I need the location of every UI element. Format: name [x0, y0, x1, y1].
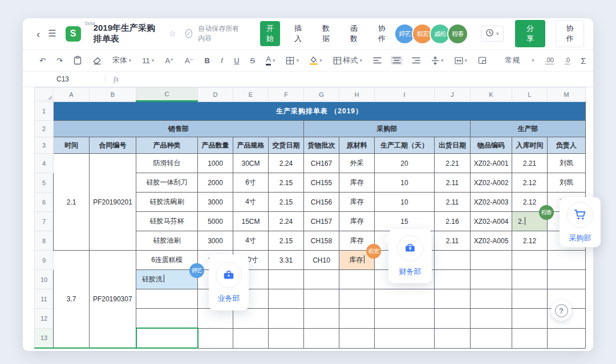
- menu-tab-函数[interactable]: 函数: [344, 21, 364, 46]
- cell[interactable]: [512, 251, 548, 270]
- row-header-10[interactable]: 10: [35, 270, 54, 289]
- column-header-F[interactable]: F: [269, 88, 304, 101]
- column-title-cell[interactable]: 入库时间: [512, 137, 548, 154]
- cell[interactable]: [136, 328, 198, 348]
- cell[interactable]: CH156: [304, 193, 339, 212]
- column-title-cell[interactable]: 货物批次: [304, 137, 339, 154]
- cell[interactable]: [339, 309, 375, 329]
- cell[interactable]: [304, 270, 339, 289]
- column-title-cell[interactable]: 原材料: [339, 137, 375, 154]
- cell[interactable]: XZ02-A002: [471, 173, 512, 193]
- star-icon[interactable]: ☆: [165, 28, 180, 39]
- cell[interactable]: 5000: [198, 212, 233, 231]
- decrease-decimal-button[interactable]: .0: [563, 55, 572, 66]
- row-header-2[interactable]: 2: [35, 121, 54, 137]
- cell[interactable]: 2.11: [435, 193, 471, 212]
- cell[interactable]: [375, 328, 435, 348]
- column-header-C[interactable]: C: [136, 88, 198, 101]
- column-title-cell[interactable]: 交货日期: [269, 137, 304, 154]
- column-header-J[interactable]: J: [435, 88, 471, 101]
- row-header-13[interactable]: 13: [35, 328, 54, 348]
- cell[interactable]: 20: [375, 154, 435, 173]
- align-center-icon[interactable]: [391, 56, 403, 65]
- cell[interactable]: [136, 309, 198, 329]
- cell[interactable]: [435, 289, 471, 309]
- cell[interactable]: [269, 270, 304, 289]
- cell[interactable]: [198, 328, 233, 348]
- menu-tab-开始[interactable]: 开始: [260, 21, 280, 46]
- cell[interactable]: 库存: [339, 173, 375, 193]
- cell[interactable]: [512, 309, 548, 329]
- font-size-increase-button[interactable]: A⁺: [163, 55, 176, 66]
- vertical-align-button[interactable]: ▾: [429, 55, 445, 66]
- cell[interactable]: [339, 289, 375, 309]
- cell[interactable]: XZ02-A004: [471, 212, 512, 231]
- eraser-icon[interactable]: [91, 55, 103, 66]
- column-title-cell[interactable]: 合同编号: [90, 137, 136, 154]
- row-header-1[interactable]: 1: [35, 101, 54, 121]
- cell[interactable]: CH10: [304, 251, 339, 270]
- row-header-6[interactable]: 6: [35, 193, 54, 212]
- column-header-K[interactable]: K: [471, 88, 512, 101]
- borders-button[interactable]: ▾: [284, 55, 301, 66]
- cell[interactable]: [471, 251, 512, 270]
- cell[interactable]: 4寸: [233, 193, 269, 212]
- number-format-select[interactable]: 常规▾: [503, 54, 536, 67]
- cell[interactable]: 硅胶马芬杯: [136, 212, 198, 231]
- back-icon[interactable]: ‹: [35, 27, 41, 40]
- cell[interactable]: [548, 270, 586, 289]
- strikethrough-button[interactable]: S: [249, 55, 257, 66]
- cell[interactable]: [435, 309, 471, 329]
- format-painter-icon[interactable]: [72, 55, 83, 66]
- column-title-cell[interactable]: 物品编码: [471, 137, 512, 154]
- cell[interactable]: 2000: [198, 173, 233, 193]
- sheet-title-cell[interactable]: 生产采购排单表 （2019）: [54, 101, 586, 121]
- cell[interactable]: [471, 309, 512, 329]
- cell[interactable]: 防滑转台: [136, 154, 198, 173]
- cell[interactable]: 2.12: [512, 231, 548, 251]
- font-color-button[interactable]: A▾: [264, 54, 277, 67]
- sum-button[interactable]: Σ: [579, 55, 587, 67]
- collaborate-button[interactable]: 协作: [556, 20, 584, 47]
- cell[interactable]: [269, 289, 304, 309]
- column-title-cell[interactable]: 生产工期（天）: [375, 137, 435, 154]
- align-right-icon[interactable]: [410, 56, 422, 65]
- cell[interactable]: 2.15: [269, 231, 304, 251]
- cell[interactable]: [548, 251, 586, 270]
- row-header-4[interactable]: 4: [35, 154, 54, 173]
- cell[interactable]: 3.31: [269, 251, 304, 270]
- cell[interactable]: 15: [375, 212, 435, 231]
- cell[interactable]: [435, 251, 471, 270]
- column-header-B[interactable]: B: [90, 88, 136, 101]
- cell[interactable]: 硅胶油刷: [136, 231, 198, 251]
- column-title-cell[interactable]: 负责人: [548, 137, 586, 154]
- undo-button[interactable]: ↶: [38, 55, 47, 66]
- row-header-7[interactable]: 7: [35, 212, 54, 231]
- menu-tab-数据[interactable]: 数据: [316, 21, 336, 46]
- column-title-cell[interactable]: 时间: [54, 137, 90, 154]
- cell[interactable]: 2.程春: [512, 212, 548, 231]
- cell[interactable]: [471, 289, 512, 309]
- column-header-L[interactable]: L: [512, 88, 548, 101]
- cell[interactable]: [304, 289, 339, 309]
- cell[interactable]: 外采: [339, 154, 375, 173]
- cell[interactable]: [471, 270, 512, 289]
- group-header-销售部[interactable]: 销售部: [54, 121, 304, 137]
- cell[interactable]: [435, 270, 471, 289]
- cell[interactable]: 刘凯: [548, 154, 586, 173]
- cell[interactable]: 2.16: [435, 212, 471, 231]
- cell[interactable]: [548, 328, 586, 348]
- cell[interactable]: 3000: [198, 193, 233, 212]
- cell[interactable]: [304, 309, 339, 329]
- cell[interactable]: 硅胶一体刮刀: [136, 173, 198, 193]
- row-header-5[interactable]: 5: [35, 173, 54, 193]
- underline-button[interactable]: U: [232, 55, 241, 66]
- group-header-生产部[interactable]: 生产部: [471, 121, 586, 137]
- history-button[interactable]: ▾: [481, 26, 504, 42]
- menu-tab-协作[interactable]: 协作: [372, 21, 392, 46]
- italic-button[interactable]: I: [219, 55, 225, 66]
- merged-cell[interactable]: PF20190307: [90, 251, 136, 349]
- cell[interactable]: 2.12: [512, 173, 548, 193]
- cell[interactable]: 刘凯: [548, 173, 586, 193]
- dept-card-business[interactable]: 业务部: [209, 255, 249, 310]
